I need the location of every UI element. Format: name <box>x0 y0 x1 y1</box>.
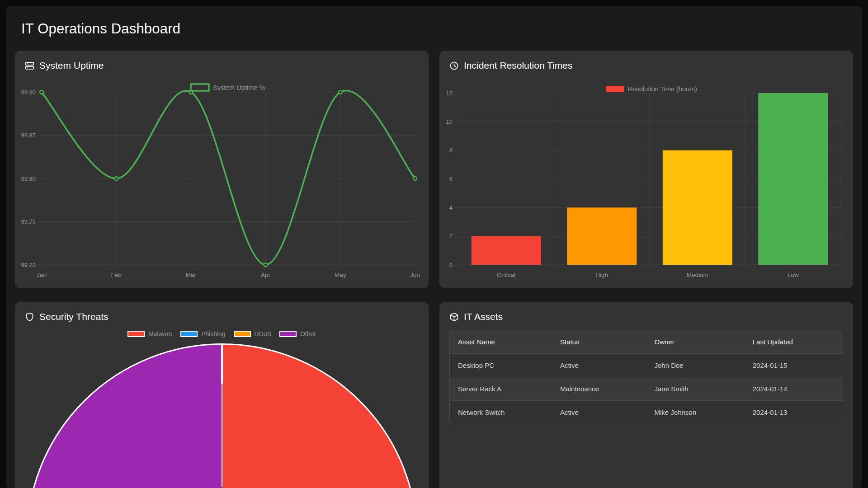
legend-swatch <box>234 331 251 337</box>
uptime-line-chart: 99.9099.8599.8099.7599.70JanFebMarAprMay… <box>25 74 419 288</box>
svg-text:Critical: Critical <box>497 272 515 278</box>
card-system-uptime: System Uptime 99.9099.8599.8099.7599.70J… <box>15 51 429 288</box>
svg-text:Medium: Medium <box>687 272 708 278</box>
pie-stage <box>25 338 419 488</box>
svg-text:99.70: 99.70 <box>21 262 36 268</box>
card-title: Incident Resolution Times <box>464 60 572 71</box>
svg-text:Low: Low <box>788 272 799 278</box>
card-title: System Uptime <box>39 60 104 71</box>
svg-text:Apr: Apr <box>261 272 271 278</box>
card-system-uptime-header: System Uptime <box>25 60 419 71</box>
table-cell: 2024-01-14 <box>745 377 843 401</box>
legend-label: Malware <box>148 330 172 338</box>
svg-text:10: 10 <box>446 118 453 125</box>
dashboard-page: IT Operations Dashboard System Uptime 99… <box>6 6 862 488</box>
card-title: Security Threats <box>39 311 108 322</box>
table-cell: Server Rack A <box>450 377 552 401</box>
card-it-assets: IT Assets Asset NameStatusOwnerLast Upda… <box>439 302 853 488</box>
svg-text:Mar: Mar <box>186 272 197 278</box>
table-row: Server Rack AMaintenanceJane Smith2024-0… <box>450 377 843 401</box>
svg-text:4: 4 <box>449 204 453 211</box>
svg-text:99.75: 99.75 <box>21 218 36 225</box>
card-incident-resolution-header: Incident Resolution Times <box>449 60 843 71</box>
legend-swatch <box>127 331 145 337</box>
svg-text:99.90: 99.90 <box>21 89 36 96</box>
pie-legend-item-malware[interactable]: Malware <box>127 330 172 338</box>
pie-legend-item-phishing[interactable]: Phishing <box>180 330 226 338</box>
svg-text:8: 8 <box>449 147 453 154</box>
table-cell: Desktop PC <box>450 354 552 377</box>
security-threats-pie-chart <box>26 343 418 488</box>
svg-text:99.80: 99.80 <box>21 175 36 182</box>
svg-text:Jan: Jan <box>37 272 47 278</box>
table-cell: Active <box>552 401 646 424</box>
card-security-threats: Security Threats MalwarePhishingDDoSOthe… <box>15 302 429 488</box>
svg-text:0: 0 <box>449 262 453 268</box>
svg-text:May: May <box>335 272 346 278</box>
box-icon <box>449 312 459 322</box>
column-header: Asset Name <box>450 330 552 354</box>
assets-table: Asset NameStatusOwnerLast Updated Deskto… <box>450 330 843 424</box>
svg-text:2: 2 <box>449 233 453 239</box>
table-cell: John Doe <box>646 354 744 377</box>
svg-text:System Uptime %: System Uptime % <box>213 84 265 91</box>
svg-text:6: 6 <box>449 176 453 183</box>
legend-swatch <box>279 331 297 337</box>
column-header: Last Updated <box>745 330 843 354</box>
table-cell: Network Switch <box>450 401 552 424</box>
table-cell: Maintenance <box>552 377 646 401</box>
table-header-row: Asset NameStatusOwnerLast Updated <box>450 330 843 354</box>
pie-legend-item-other[interactable]: Other <box>279 330 316 338</box>
svg-text:Jun: Jun <box>410 272 420 278</box>
svg-text:Resolution Time (hours): Resolution Time (hours) <box>627 85 697 93</box>
server-icon <box>25 61 34 70</box>
uptime-legend-item[interactable]: System Uptime % <box>191 84 265 91</box>
svg-text:High: High <box>595 272 608 278</box>
clock-icon <box>449 61 459 70</box>
column-header: Status <box>552 330 646 354</box>
table-cell: Active <box>552 354 646 377</box>
card-incident-resolution: Incident Resolution Times 024681012Criti… <box>439 51 853 288</box>
pie-legend-item-ddos[interactable]: DDoS <box>234 330 271 338</box>
legend-label: Phishing <box>201 330 226 338</box>
table-row: Desktop PCActiveJohn Doe2024-01-15 <box>450 354 843 377</box>
table-cell: 2024-01-15 <box>745 354 843 377</box>
assets-table-container: Asset NameStatusOwnerLast Updated Deskto… <box>449 330 843 424</box>
table-row: Network SwitchActiveMike Johnson2024-01-… <box>450 401 843 424</box>
card-security-threats-header: Security Threats <box>25 311 419 323</box>
table-cell: Mike Johnson <box>646 401 744 424</box>
svg-text:Feb: Feb <box>111 272 122 278</box>
legend-label: DDoS <box>255 330 271 338</box>
card-it-assets-header: IT Assets <box>449 311 843 323</box>
table-cell: 2024-01-13 <box>745 401 843 424</box>
legend-label: Other <box>300 330 316 338</box>
shield-icon <box>25 312 34 322</box>
dashboard-grid: System Uptime 99.9099.8599.8099.7599.70J… <box>15 51 853 488</box>
column-header: Owner <box>646 330 744 354</box>
page-title: IT Operations Dashboard <box>21 21 853 37</box>
incident-bar-chart: 024681012CriticalHighMediumLowResolution… <box>449 74 843 288</box>
table-cell: Jane Smith <box>646 377 744 401</box>
card-title: IT Assets <box>464 311 503 322</box>
legend-swatch <box>180 331 198 337</box>
svg-text:99.85: 99.85 <box>21 132 36 139</box>
incident-legend-item[interactable]: Resolution Time (hours) <box>606 85 697 93</box>
pie-legend: MalwarePhishingDDoSOther <box>25 330 419 338</box>
svg-text:12: 12 <box>446 90 453 97</box>
